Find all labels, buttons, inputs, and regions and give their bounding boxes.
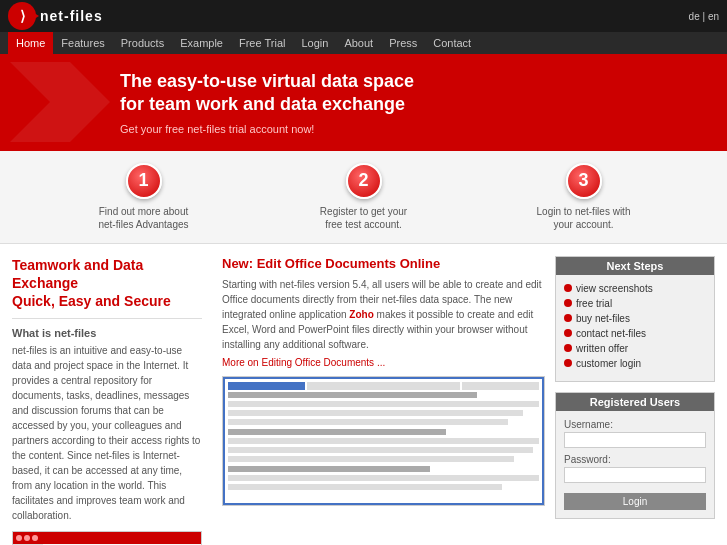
divider-1 (12, 318, 202, 319)
next-step-written-offer[interactable]: written offer (564, 343, 706, 354)
main-content: Teamwork and Data Exchange Quick, Easy a… (0, 244, 727, 545)
next-steps-title: Next Steps (556, 257, 714, 275)
new-feature-section: New: Edit Office Documents Online Starti… (222, 256, 545, 368)
username-row: Username: (564, 419, 706, 448)
step-3-text: Login to net-files withyour account. (537, 205, 631, 231)
what-is-body: net-files is an intuitive and easy-to-us… (12, 343, 202, 523)
logo: ⟩ net-files (8, 2, 103, 30)
logo-icon: ⟩ (8, 2, 36, 30)
password-row: Password: (564, 454, 706, 483)
bullet-3 (564, 314, 572, 322)
what-is-heading: Teamwork and Data Exchange Quick, Easy a… (12, 256, 202, 311)
screenshot-mock-right (223, 377, 544, 505)
password-label: Password: (564, 454, 706, 465)
svg-marker-0 (10, 62, 110, 142)
what-is-section: Teamwork and Data Exchange Quick, Easy a… (12, 256, 202, 524)
nav-example[interactable]: Example (172, 32, 231, 54)
language-switcher: de | en (689, 11, 719, 22)
right-column: Next Steps view screenshots free trial b… (555, 256, 715, 545)
logo-text: net-files (40, 8, 103, 24)
nav-login[interactable]: Login (293, 32, 336, 54)
main-nav: Home Features Products Example Free Tria… (0, 32, 727, 54)
next-step-screenshots[interactable]: view screenshots (564, 283, 706, 294)
next-step-free-trial[interactable]: free trial (564, 298, 706, 309)
toolbar-dot-3 (32, 535, 38, 541)
step-2-text: Register to get yourfree test account. (320, 205, 407, 231)
more-link[interactable]: More on Editing Office Documents ... (222, 357, 385, 368)
new-feature-heading: New: Edit Office Documents Online (222, 256, 545, 271)
new-feature-body: Starting with net-files version 5.4, all… (222, 277, 545, 352)
nav-products[interactable]: Products (113, 32, 172, 54)
bullet-5 (564, 344, 572, 352)
nav-about[interactable]: About (336, 32, 381, 54)
left-screenshot (12, 531, 202, 545)
next-step-buy[interactable]: buy net-files (564, 313, 706, 324)
hero-headline: The easy-to-use virtual data space for t… (120, 70, 707, 117)
bullet-2 (564, 299, 572, 307)
nav-free-trial[interactable]: Free Trial (231, 32, 293, 54)
step-1: 1 Find out more aboutnet-files Advantage… (34, 163, 254, 231)
hero-text: The easy-to-use virtual data space for t… (120, 70, 707, 135)
lang-de[interactable]: de (689, 11, 700, 22)
hero-subtext: Get your free net-files trial account no… (120, 123, 707, 135)
screenshot-mock-left (13, 532, 201, 545)
step-1-text: Find out more aboutnet-files Advantages (98, 205, 188, 231)
username-input[interactable] (564, 432, 706, 448)
step-1-number: 1 (126, 163, 162, 199)
nav-home[interactable]: Home (8, 32, 53, 54)
step-2-number: 2 (346, 163, 382, 199)
header: ⟩ net-files de | en (0, 0, 727, 32)
left-column: Teamwork and Data Exchange Quick, Easy a… (12, 256, 212, 545)
right-screenshot (222, 376, 545, 506)
nav-contact[interactable]: Contact (425, 32, 479, 54)
login-button[interactable]: Login (564, 493, 706, 510)
registered-users-box: Registered Users Username: Password: Log… (555, 392, 715, 519)
bullet-6 (564, 359, 572, 367)
toolbar-dot-1 (16, 535, 22, 541)
step-3: 3 Login to net-files withyour account. (474, 163, 694, 231)
username-label: Username: (564, 419, 706, 430)
hero-section: The easy-to-use virtual data space for t… (0, 54, 727, 151)
zoho-link[interactable]: Zoho (349, 309, 373, 320)
bullet-4 (564, 329, 572, 337)
nav-features[interactable]: Features (53, 32, 112, 54)
hero-background-arrow (0, 54, 120, 151)
step-2: 2 Register to get yourfree test account. (254, 163, 474, 231)
toolbar-dot-2 (24, 535, 30, 541)
lang-separator: | (702, 11, 705, 22)
registered-users-title: Registered Users (556, 393, 714, 411)
next-steps-box: Next Steps view screenshots free trial b… (555, 256, 715, 382)
what-is-section-label: What is net-files (12, 327, 202, 339)
lang-en[interactable]: en (708, 11, 719, 22)
steps-section: 1 Find out more aboutnet-files Advantage… (0, 151, 727, 244)
center-column: New: Edit Office Documents Online Starti… (212, 256, 555, 545)
next-step-customer-login[interactable]: customer login (564, 358, 706, 369)
next-step-contact[interactable]: contact net-files (564, 328, 706, 339)
step-3-number: 3 (566, 163, 602, 199)
screenshot-toolbar (13, 532, 201, 544)
password-input[interactable] (564, 467, 706, 483)
bullet-1 (564, 284, 572, 292)
nav-press[interactable]: Press (381, 32, 425, 54)
